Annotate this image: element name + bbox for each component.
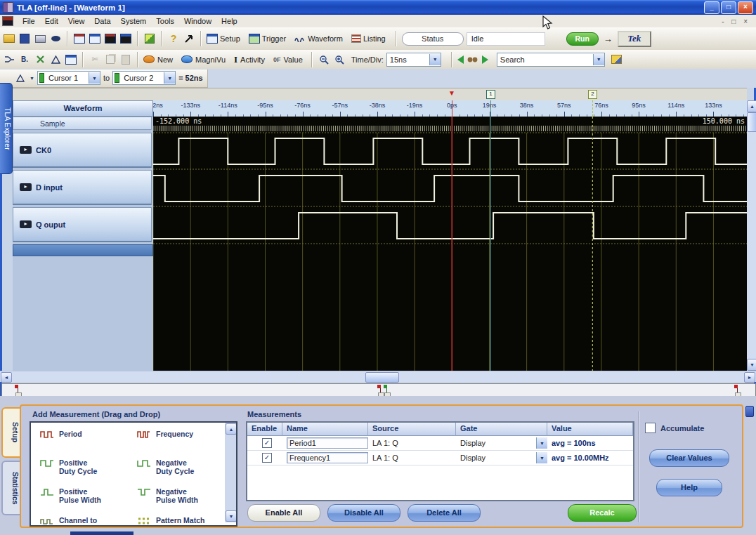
expand-icon[interactable]: ▸ bbox=[20, 183, 32, 191]
waveform-column-header[interactable]: Waveform bbox=[13, 100, 153, 117]
setup-window-icon[interactable] bbox=[73, 33, 86, 45]
tab-setup[interactable]: Setup bbox=[1, 407, 20, 458]
search-previous-icon[interactable] bbox=[457, 55, 464, 64]
close-button[interactable]: × bbox=[738, 1, 753, 14]
clear-values-button[interactable]: Clear Values bbox=[649, 449, 729, 467]
column-header-value[interactable]: Value bbox=[547, 423, 633, 436]
paste-icon[interactable] bbox=[119, 53, 132, 65]
sample-group-row[interactable]: Sample bbox=[13, 117, 152, 130]
tla-explorer-tab[interactable]: TLA Explorer bbox=[0, 83, 13, 174]
measurement-item-pattern-match[interactable]: Pattern Match bbox=[136, 516, 228, 526]
restore-button[interactable]: □ bbox=[721, 1, 736, 14]
waveform-plot-area[interactable]: -152.000 ns150.000 ns bbox=[153, 117, 747, 371]
trigger-marker[interactable]: ▼ bbox=[448, 89, 455, 98]
expand-icon[interactable]: ▸ bbox=[20, 146, 32, 154]
column-header-name[interactable]: Name bbox=[282, 423, 368, 436]
cursor2-marker[interactable]: 2 bbox=[588, 90, 597, 99]
measurement-item-period[interactable]: Period bbox=[39, 430, 131, 440]
scroll-down-icon[interactable]: ▼ bbox=[747, 359, 756, 371]
measurement-item-negative[interactable]: NegativePulse Width bbox=[136, 487, 228, 504]
overview-marker-begin[interactable] bbox=[15, 385, 22, 395]
help-icon[interactable]: ? bbox=[167, 33, 180, 45]
zoom-in-icon[interactable] bbox=[333, 53, 346, 65]
pointer-icon[interactable] bbox=[49, 33, 62, 45]
menu-tools[interactable]: Tools bbox=[151, 15, 179, 27]
menu-view[interactable]: View bbox=[63, 15, 90, 27]
overview-marker-cursor[interactable] bbox=[384, 385, 391, 395]
trigger-button[interactable]: Trigger bbox=[249, 33, 286, 45]
measurement-item-positive[interactable]: PositivePulse Width bbox=[39, 487, 131, 504]
run-button[interactable]: Run bbox=[566, 32, 599, 46]
listing-window-icon[interactable] bbox=[119, 33, 132, 45]
enable-all-button[interactable]: Enable All bbox=[247, 504, 320, 522]
wave-route-icon[interactable] bbox=[3, 53, 15, 65]
mdi-window-controls[interactable]: - □ × bbox=[722, 18, 750, 25]
measurement-name-input[interactable]: Frequency1 bbox=[287, 452, 368, 463]
menu-help[interactable]: Help bbox=[216, 15, 242, 27]
timediv-combo[interactable]: 15ns ▼ bbox=[386, 53, 441, 67]
status-button[interactable]: Status bbox=[402, 32, 464, 46]
chevron-down-icon[interactable]: ▼ bbox=[30, 76, 34, 81]
menu-window[interactable]: Window bbox=[179, 15, 216, 27]
overview-marker-bar[interactable] bbox=[1, 383, 756, 397]
table-row[interactable]: ✓Period1LA 1: QDisplay▼avg = 100ns bbox=[247, 436, 633, 451]
overview-marker-end[interactable] bbox=[734, 385, 741, 395]
menu-data[interactable]: Data bbox=[89, 15, 115, 27]
setup-button[interactable]: Setup bbox=[207, 33, 240, 45]
window-properties-icon[interactable] bbox=[65, 53, 77, 65]
chevron-down-icon[interactable]: ▼ bbox=[536, 437, 547, 449]
column-header-source[interactable]: Source bbox=[368, 423, 456, 436]
chevron-down-icon[interactable]: ▼ bbox=[429, 54, 441, 65]
chevron-down-icon[interactable]: ▼ bbox=[593, 54, 604, 65]
timeline-marker-strip[interactable]: ▼ 1 2 bbox=[13, 88, 747, 101]
scroll-up-icon[interactable]: ▲ bbox=[747, 100, 756, 112]
bus-tool-icon[interactable]: B. bbox=[18, 53, 31, 65]
properties-icon[interactable] bbox=[143, 33, 156, 45]
value-button[interactable]: 0F Value bbox=[273, 53, 303, 65]
vertical-scrollbar[interactable]: ▲ ▼ bbox=[747, 100, 756, 371]
source-cell[interactable]: LA 1: Q bbox=[368, 454, 456, 462]
chevron-down-icon[interactable]: ▼ bbox=[536, 452, 547, 463]
new-datasource-button[interactable]: New bbox=[143, 53, 173, 65]
gate-combo[interactable]: Display▼ bbox=[456, 437, 547, 449]
scroll-up-icon[interactable]: ▲ bbox=[226, 423, 237, 435]
measurement-item-frequency[interactable]: Frequency bbox=[136, 430, 228, 440]
menu-file[interactable]: File bbox=[18, 15, 40, 27]
save-icon[interactable] bbox=[18, 33, 31, 45]
activity-button[interactable]: I Activity bbox=[234, 53, 265, 65]
zoom-out-icon[interactable] bbox=[318, 53, 330, 65]
time-scale[interactable]: -152ns-133ns-114ns-95ns-76ns-57ns-38ns-1… bbox=[153, 100, 747, 117]
run-system-icon[interactable] bbox=[183, 33, 195, 45]
help-button[interactable]: Help bbox=[656, 479, 722, 496]
signal-row-d-input[interactable]: ▸D input bbox=[13, 170, 152, 205]
chevron-down-icon[interactable]: ▼ bbox=[89, 72, 100, 84]
disable-all-button[interactable]: Disable All bbox=[327, 504, 400, 522]
cursor1-combo[interactable]: Cursor 1 ▼ bbox=[37, 71, 100, 85]
copy-icon[interactable] bbox=[104, 53, 117, 65]
delete-all-button[interactable]: Delete All bbox=[408, 504, 481, 522]
recalc-button[interactable]: Recalc bbox=[568, 504, 637, 522]
search-properties-icon[interactable] bbox=[611, 53, 623, 65]
listing-button[interactable]: Listing bbox=[351, 33, 386, 45]
cut-icon[interactable]: ✄ bbox=[89, 53, 101, 65]
search-combo[interactable]: Search ▼ bbox=[497, 53, 605, 67]
zoom-tool-icon[interactable] bbox=[34, 53, 46, 65]
title-bar[interactable]: TLA [off-line] - [Waveform 1] _ □ × bbox=[0, 0, 756, 15]
signal-row-q-ouput[interactable]: ▸Q ouput bbox=[13, 207, 152, 242]
table-row[interactable]: ✓Frequency1LA 1: QDisplay▼avg = 10.00MHz bbox=[247, 451, 633, 465]
scroll-right-icon[interactable]: ► bbox=[744, 372, 755, 383]
palette-scrollbar[interactable]: ▲ ▼ bbox=[225, 423, 236, 522]
measurement-item-negative[interactable]: NegativeDuty Cycle bbox=[136, 458, 228, 475]
gate-combo[interactable]: Display▼ bbox=[456, 452, 547, 463]
delta-time-icon[interactable] bbox=[49, 53, 62, 65]
source-cell[interactable]: LA 1: Q bbox=[368, 439, 456, 447]
vertical-scroll-thumb[interactable] bbox=[747, 112, 756, 132]
enable-checkbox[interactable]: ✓ bbox=[262, 453, 272, 463]
cursor1-marker[interactable]: 1 bbox=[486, 90, 495, 99]
print-icon[interactable] bbox=[34, 33, 46, 45]
accumulate-checkbox[interactable] bbox=[645, 423, 656, 433]
enable-checkbox[interactable]: ✓ bbox=[262, 438, 272, 448]
panel-pin-icon[interactable] bbox=[745, 406, 754, 417]
scroll-left-icon[interactable]: ◄ bbox=[1, 372, 12, 383]
trigger-window-icon[interactable] bbox=[89, 33, 101, 45]
